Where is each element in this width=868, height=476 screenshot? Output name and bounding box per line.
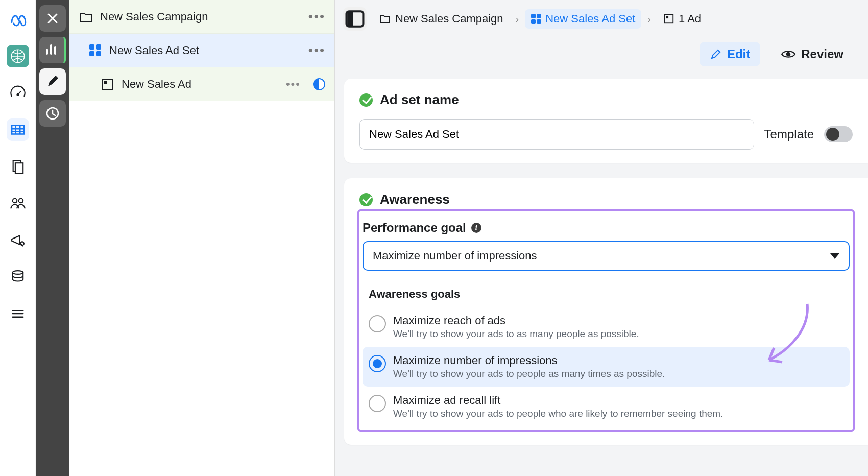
history-toolbar-button[interactable] (39, 100, 66, 127)
adset-name-card: Ad set name Template (344, 79, 868, 163)
chevron-right-icon: › (647, 13, 651, 25)
breadcrumb: New Sales Campaign › New Sales Ad Set › … (335, 0, 868, 38)
chart-toolbar-button[interactable] (39, 37, 66, 63)
edit-button[interactable]: Edit (700, 42, 760, 66)
hierarchy-adset-label: New Sales Ad Set (109, 44, 301, 57)
svg-point-6 (18, 199, 23, 203)
editor-toolbar (36, 0, 69, 476)
svg-point-16 (786, 52, 791, 57)
template-label: Template (764, 127, 814, 141)
more-icon[interactable]: ••• (308, 9, 325, 25)
nav-promote[interactable] (7, 229, 29, 251)
globe-icon (9, 47, 27, 65)
option-desc: We'll try to show your ads to people as … (393, 368, 665, 379)
svg-rect-15 (666, 16, 669, 19)
radio-icon (369, 395, 386, 412)
clock-icon (45, 106, 60, 121)
svg-rect-11 (104, 81, 107, 84)
performance-goal-value: Maximize number of impressions (373, 249, 537, 263)
svg-point-8 (12, 271, 22, 274)
gauge-icon (9, 84, 27, 102)
info-icon[interactable]: i (471, 223, 481, 233)
chevron-right-icon: › (516, 13, 519, 25)
menu-icon (9, 305, 27, 322)
documents-icon (9, 158, 27, 175)
pencil-icon (45, 74, 60, 89)
adset-name-heading: Ad set name (380, 92, 459, 108)
template-toggle[interactable] (824, 126, 853, 142)
awareness-heading: Awareness (380, 192, 450, 207)
hierarchy-ad[interactable]: New Sales Ad ••• (69, 67, 334, 101)
svg-rect-13 (347, 12, 353, 26)
option-title: Maximize number of impressions (393, 354, 665, 367)
nav-grid[interactable] (7, 118, 29, 141)
option-reach[interactable]: Maximize reach of ads We'll try to show … (363, 307, 850, 347)
nav-audiences[interactable] (7, 192, 29, 215)
review-label: Review (801, 47, 843, 61)
option-desc: We'll try to show your ads to as many pe… (393, 328, 639, 340)
adset-name-input[interactable] (359, 119, 754, 150)
radio-icon (369, 315, 386, 332)
meta-logo-icon (9, 11, 27, 28)
nav-globe[interactable] (7, 45, 29, 67)
edit-label: Edit (727, 47, 750, 61)
nav-billing[interactable] (7, 266, 29, 288)
more-icon[interactable]: ••• (308, 42, 325, 58)
performance-goal-dropdown: Awareness goals Maximize reach of ads We… (363, 279, 850, 426)
more-icon[interactable]: ••• (286, 78, 301, 91)
option-recall[interactable]: Maximize ad recall lift We'll try to sho… (363, 387, 850, 426)
adset-icon (531, 14, 541, 24)
awareness-card: Awareness Performance goal i Maximize nu… (344, 178, 868, 445)
crumb-ad[interactable]: 1 Ad (657, 9, 707, 29)
hierarchy-campaign-label: New Sales Campaign (100, 10, 301, 23)
coins-icon (9, 268, 27, 285)
meta-logo[interactable] (7, 8, 29, 31)
global-nav-rail (0, 0, 36, 476)
performance-goal-select[interactable]: Maximize number of impressions (363, 241, 850, 271)
panel-toggle-button[interactable] (343, 7, 367, 31)
performance-goal-label: Performance goal (363, 221, 466, 235)
close-icon (45, 11, 60, 26)
review-button[interactable]: Review (770, 42, 854, 66)
option-title: Maximize ad recall lift (393, 394, 723, 407)
nav-reports[interactable] (7, 155, 29, 178)
structure-panel: New Sales Campaign ••• New Sales Ad Set … (69, 0, 335, 476)
option-desc: We'll try to show your ads to people who… (393, 408, 723, 419)
check-icon (359, 193, 373, 206)
chevron-down-icon (830, 253, 839, 259)
svg-point-5 (12, 199, 17, 203)
adset-icon (88, 43, 102, 58)
people-icon (9, 195, 27, 212)
svg-rect-4 (15, 163, 22, 173)
crumb-adset[interactable]: New Sales Ad Set (525, 9, 641, 29)
ad-icon (663, 13, 674, 25)
check-icon (359, 93, 373, 107)
folder-icon (379, 13, 391, 25)
bar-chart-icon (44, 42, 59, 58)
hierarchy-ad-label: New Sales Ad (122, 78, 279, 91)
crumb-campaign[interactable]: New Sales Campaign (373, 9, 510, 29)
radio-icon (369, 355, 386, 372)
option-title: Maximize reach of ads (393, 314, 639, 327)
close-editor-button[interactable] (39, 5, 66, 32)
nav-more[interactable] (7, 302, 29, 325)
megaphone-icon (9, 231, 27, 249)
edit-toolbar-button[interactable] (39, 68, 66, 95)
option-impressions[interactable]: Maximize number of impressions We'll try… (363, 347, 850, 387)
hierarchy-adset[interactable]: New Sales Ad Set ••• (69, 34, 334, 67)
performance-goal-highlight: Performance goal i Maximize number of im… (357, 209, 855, 432)
grid-icon (9, 121, 27, 138)
status-half-icon (313, 78, 325, 90)
eye-icon (781, 49, 796, 60)
folder-icon (79, 10, 93, 24)
ad-icon (100, 77, 114, 91)
crumb-ad-label: 1 Ad (679, 12, 701, 26)
crumb-adset-label: New Sales Ad Set (545, 12, 635, 26)
nav-dashboard[interactable] (7, 82, 29, 104)
svg-rect-14 (665, 15, 673, 23)
crumb-campaign-label: New Sales Campaign (395, 12, 503, 26)
panel-icon (343, 7, 367, 31)
dropdown-group-label: Awareness goals (363, 279, 850, 307)
hierarchy-campaign[interactable]: New Sales Campaign ••• (69, 0, 334, 34)
svg-rect-2 (12, 126, 24, 134)
